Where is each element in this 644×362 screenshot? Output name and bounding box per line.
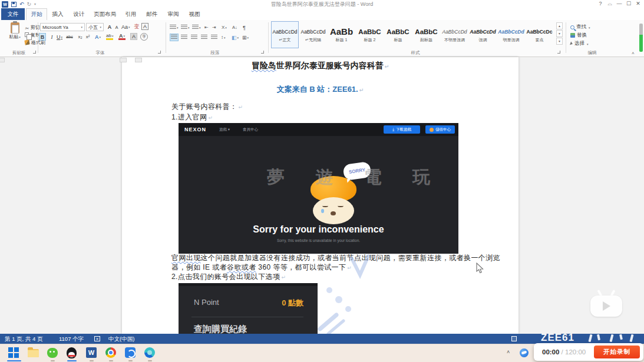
replace-button[interactable]: 替换	[570, 32, 587, 39]
show-hide-marks-button[interactable]: ¶	[243, 24, 246, 31]
style-subtitle[interactable]: AaBbC 副标题	[412, 21, 440, 48]
font-size-select[interactable]: 小五	[86, 23, 104, 31]
page-indicator[interactable]: 第 1 页, 共 4 页	[5, 336, 42, 343]
save-button[interactable]	[11, 2, 16, 7]
enclose-characters-button[interactable]: 字	[140, 33, 148, 41]
style-intense-emphasis[interactable]: AaBbCcDd 明显强调	[497, 21, 525, 48]
character-border-button[interactable]: A	[141, 23, 148, 30]
styles-dialog-launcher[interactable]	[557, 51, 560, 54]
tab-layout[interactable]: 页面布局	[90, 8, 120, 20]
style-title[interactable]: AaBbC 标题	[384, 21, 412, 48]
font-dialog-launcher[interactable]	[158, 51, 161, 54]
paragraph-mark: ↵	[385, 64, 389, 69]
tab-view[interactable]: 视图	[184, 8, 205, 20]
decrease-indent-button[interactable]: ⇤	[204, 24, 209, 31]
paragraph-dialog-launcher[interactable]	[261, 51, 264, 54]
strikethrough-button[interactable]: abc	[66, 33, 73, 41]
taskbar-qq[interactable]	[67, 347, 78, 358]
taskbar-word[interactable]: W	[86, 347, 97, 358]
styles-scroll-up[interactable]: ▲	[556, 22, 563, 29]
align-right-button[interactable]	[190, 34, 199, 41]
clipboard-dialog-launcher[interactable]	[33, 51, 36, 54]
asian-layout-button[interactable]: X	[222, 24, 227, 31]
minimize-button[interactable]: —	[615, 0, 624, 7]
shrink-font-button[interactable]: A	[113, 24, 120, 31]
language-indicator[interactable]: 中文(中国)	[108, 336, 134, 343]
style-heading2[interactable]: AaBbC 标题 2	[356, 21, 384, 48]
undo-button[interactable]: ↶	[19, 1, 24, 7]
style-heading1[interactable]: AaBb 标题 1	[328, 21, 355, 48]
find-button[interactable]: 查找	[570, 24, 590, 31]
document-canvas: 冒险岛世界阿尔泰亚服账号内容科普↵ 文案来自 B 站：ZEE61.↵ 关于账号内…	[0, 57, 644, 334]
styles-more-button[interactable]: ▼	[556, 38, 563, 45]
bold-button[interactable]: B	[39, 33, 46, 41]
styles-scroll-down[interactable]: ▼	[556, 30, 563, 37]
ribbon-display-button[interactable]: ⌓	[605, 0, 615, 7]
shading-button[interactable]: ◧	[232, 34, 239, 41]
help-button[interactable]: ?	[596, 0, 605, 7]
embedded-nexon-screenshot[interactable]: NEXON 遊戲 ▾ 會員中心 ⤓ 下載遊戲 儲值中心	[179, 123, 458, 254]
tab-home[interactable]: 开始	[26, 8, 47, 20]
page-watermark-graphic	[316, 251, 381, 334]
align-center-button[interactable]	[180, 34, 189, 41]
taskbar-wechat[interactable]	[47, 347, 58, 358]
phonetic-guide-button[interactable]: 变	[133, 23, 140, 31]
line-spacing-button[interactable]: ↕	[221, 34, 226, 41]
align-left-button[interactable]	[170, 34, 179, 41]
increase-indent-button[interactable]: ⇥	[212, 24, 216, 31]
multilevel-list-button[interactable]	[192, 24, 201, 31]
italic-button[interactable]: I	[48, 33, 55, 41]
taskbar-browser[interactable]	[125, 347, 136, 358]
font-family-select[interactable]: Microsoft Ya	[40, 23, 85, 31]
highlight-color-button[interactable]: ab	[106, 33, 113, 40]
close-button[interactable]: ✕	[633, 0, 643, 7]
borders-button[interactable]: ⊞	[242, 34, 249, 41]
taskbar-chrome[interactable]	[105, 347, 117, 358]
word-count[interactable]: 1107 个字	[59, 336, 84, 343]
tab-review[interactable]: 审阅	[163, 8, 184, 20]
select-button[interactable]: 选择	[570, 40, 589, 47]
superscript-button[interactable]: x²	[84, 33, 91, 41]
tray-recorder-icon[interactable]	[520, 348, 529, 357]
grow-font-button[interactable]: A	[106, 23, 113, 31]
style-subtle-emphasis[interactable]: AaBbCcDd 不明显强调	[441, 21, 468, 48]
paste-button[interactable]: 粘贴	[5, 22, 25, 40]
tab-insert[interactable]: 插入	[47, 8, 68, 20]
document-page[interactable]: 冒险岛世界阿尔泰亚服账号内容科普↵ 文案来自 B 站：ZEE61.↵ 关于账号内…	[122, 57, 518, 334]
tab-file[interactable]: 文件	[1, 8, 25, 20]
style-no-spacing[interactable]: AaBbCcDd ↵无间隔	[299, 21, 327, 48]
style-normal[interactable]: AaBbCcDd ↵正文	[271, 21, 299, 48]
text-effects-button[interactable]: A	[94, 33, 101, 41]
font-color-button[interactable]: A	[118, 33, 126, 40]
tab-design[interactable]: 设计	[68, 8, 90, 20]
taskbar-edge[interactable]	[144, 347, 156, 358]
sort-button[interactable]: A↓	[232, 24, 237, 31]
tab-mailings[interactable]: 邮件	[141, 8, 163, 20]
character-shading-button[interactable]: A	[130, 33, 137, 40]
start-recording-button[interactable]: 开始录制	[594, 346, 640, 358]
style-emphasis[interactable]: AaBbCcDd 强调	[469, 21, 497, 48]
tab-references[interactable]: 引用	[120, 8, 141, 20]
taskbar-file-explorer[interactable]	[28, 347, 39, 358]
numbering-button[interactable]	[181, 24, 190, 31]
style-strong[interactable]: AaBbCcDc 要点	[526, 21, 553, 48]
tray-expand-button[interactable]: ˄	[507, 349, 510, 355]
subscript-button[interactable]: x₂	[77, 33, 84, 41]
collapse-ribbon-icon[interactable]: ˄	[632, 51, 635, 56]
page-margin-mark	[0, 58, 5, 62]
qat-customize-button[interactable]: ▾	[34, 1, 36, 7]
watermark-mark	[629, 334, 633, 343]
bullets-button[interactable]	[170, 24, 179, 31]
distribute-button[interactable]	[210, 34, 219, 41]
change-case-button[interactable]: Aa	[121, 23, 130, 31]
justify-button[interactable]	[200, 34, 209, 41]
restore-button[interactable]: ☐	[624, 0, 633, 7]
windows-logo-icon	[8, 347, 19, 358]
view-mode-icon[interactable]	[511, 336, 517, 341]
underline-button[interactable]: U	[56, 33, 63, 41]
embedded-account-panel[interactable]: N Point 0 點數 查詢購買紀錄	[179, 283, 318, 334]
redo-button[interactable]: ↻	[27, 1, 32, 7]
replace-icon	[570, 33, 575, 38]
start-button[interactable]	[8, 347, 19, 358]
proofing-status-icon[interactable]: ✕	[94, 336, 100, 341]
